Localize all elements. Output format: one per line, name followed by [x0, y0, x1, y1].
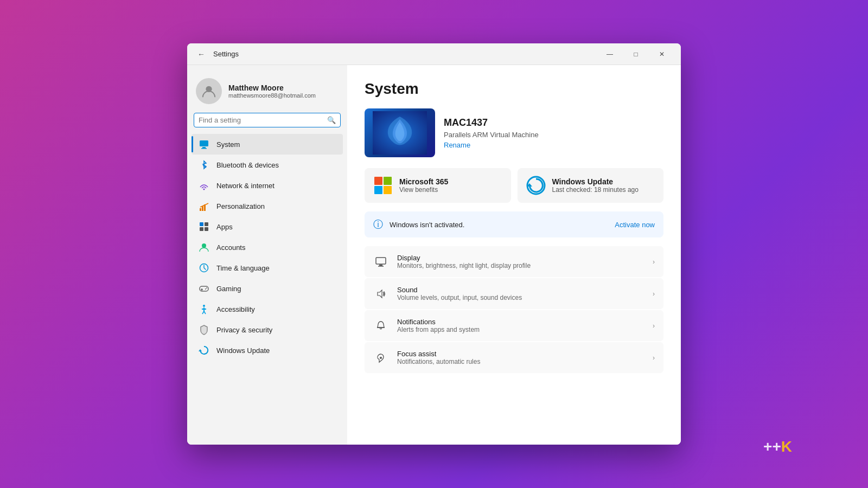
search-input[interactable]	[199, 116, 327, 124]
activate-now-link[interactable]: Activate now	[615, 221, 655, 229]
sidebar-item-bluetooth[interactable]: Bluetooth & devices	[192, 155, 343, 175]
sidebar-item-accounts[interactable]: Accounts	[192, 237, 343, 258]
svg-rect-34	[379, 265, 382, 266]
svg-rect-3	[201, 148, 207, 149]
device-info: MAC1437 Parallels ARM Virtual Machine Re…	[444, 117, 539, 149]
display-chevron: ›	[653, 258, 655, 266]
sidebar-item-time-label: Time & language	[216, 264, 270, 272]
svg-line-23	[202, 311, 204, 314]
search-icon: 🔍	[327, 116, 336, 124]
sidebar-item-privacy[interactable]: Privacy & security	[192, 319, 343, 340]
svg-rect-10	[205, 222, 208, 226]
sidebar-item-accessibility-label: Accessibility	[216, 305, 255, 313]
svg-rect-9	[200, 222, 203, 226]
user-info: Matthew Moore matthewsmoore88@hotmail.co…	[228, 84, 316, 99]
bluetooth-icon	[198, 159, 210, 171]
svg-line-24	[204, 311, 206, 314]
svg-point-19	[206, 287, 207, 288]
winupdate-sidebar-icon	[198, 344, 210, 356]
device-name: MAC1437	[444, 117, 539, 129]
accessibility-icon	[198, 303, 210, 315]
window-controls: — □ ✕	[597, 46, 674, 63]
sound-chevron: ›	[653, 290, 655, 298]
main-content: System	[347, 65, 681, 445]
winupdate-card-icon	[526, 176, 546, 195]
maximize-button[interactable]: □	[623, 46, 648, 63]
svg-point-20	[203, 305, 205, 307]
notifications-content: Notifications Alerts from apps and syste…	[397, 318, 644, 333]
svg-rect-27	[374, 177, 382, 185]
sound-icon	[373, 286, 388, 301]
sidebar-item-system-label: System	[216, 140, 240, 149]
sound-row[interactable]: Sound Volume levels, output, input, soun…	[365, 278, 663, 309]
back-button[interactable]: ←	[194, 47, 209, 62]
notifications-title: Notifications	[397, 318, 644, 326]
ms365-card[interactable]: Microsoft 365 View benefits	[365, 168, 511, 203]
focus-assist-row[interactable]: Focus assist Notifications, automatic ru…	[365, 342, 663, 373]
apps-icon	[198, 221, 210, 233]
focus-assist-icon	[373, 350, 388, 365]
sound-content: Sound Volume levels, output, input, soun…	[397, 286, 644, 301]
accounts-icon	[198, 241, 210, 253]
quick-cards: Microsoft 365 View benefits Window	[365, 168, 663, 203]
settings-list: Display Monitors, brightness, night ligh…	[365, 246, 663, 373]
nav-list: System Bluetooth & devices	[187, 132, 347, 363]
svg-rect-28	[384, 177, 392, 185]
rename-link[interactable]: Rename	[444, 141, 539, 149]
close-button[interactable]: ✕	[649, 46, 674, 63]
winupdate-card-title: Windows Update	[552, 177, 639, 186]
focus-assist-chevron: ›	[653, 354, 655, 362]
sidebar-item-winupdate[interactable]: Windows Update	[192, 340, 343, 361]
winupdate-card[interactable]: Windows Update Last checked: 18 minutes …	[518, 168, 664, 203]
notifications-row[interactable]: Notifications Alerts from apps and syste…	[365, 310, 663, 341]
privacy-icon	[198, 324, 210, 336]
svg-rect-2	[202, 147, 206, 148]
sidebar-item-apps[interactable]: Apps	[192, 216, 343, 237]
winupdate-card-subtitle: Last checked: 18 minutes ago	[552, 186, 639, 194]
svg-rect-12	[205, 227, 208, 231]
minimize-button[interactable]: —	[597, 46, 622, 63]
display-title: Display	[397, 254, 644, 262]
sidebar-item-gaming-label: Gaming	[216, 285, 241, 293]
svg-point-13	[202, 243, 206, 248]
display-icon	[373, 254, 388, 269]
notifications-subtitle: Alerts from apps and system	[397, 326, 644, 333]
display-row[interactable]: Display Monitors, brightness, night ligh…	[365, 246, 663, 277]
svg-point-36	[380, 357, 382, 359]
search-input-wrap[interactable]: 🔍	[194, 113, 341, 127]
sidebar-item-network[interactable]: Network & internet	[192, 175, 343, 196]
sidebar-item-privacy-label: Privacy & security	[216, 326, 272, 334]
ms365-card-text: Microsoft 365 View benefits	[399, 177, 448, 194]
svg-rect-33	[376, 258, 386, 264]
ms365-card-title: Microsoft 365	[399, 177, 448, 186]
sidebar-item-network-label: Network & internet	[216, 182, 275, 190]
ms365-icon	[373, 176, 393, 195]
notifications-chevron: ›	[653, 322, 655, 330]
sidebar-item-gaming[interactable]: Gaming	[192, 278, 343, 299]
sidebar-item-personalization-label: Personalization	[216, 202, 265, 210]
system-icon	[198, 138, 210, 150]
sidebar-item-winupdate-label: Windows Update	[216, 346, 270, 355]
device-card: MAC1437 Parallels ARM Virtual Machine Re…	[365, 108, 663, 157]
svg-rect-29	[374, 186, 382, 194]
focus-assist-subtitle: Notifications, automatic rules	[397, 358, 644, 365]
notifications-icon	[373, 318, 388, 333]
sidebar-item-apps-label: Apps	[216, 223, 233, 231]
sidebar-item-personalization[interactable]: Personalization	[192, 196, 343, 216]
watermark: ++K	[763, 438, 792, 455]
sidebar: Matthew Moore matthewsmoore88@hotmail.co…	[187, 65, 347, 445]
titlebar: ← Settings — □ ✕	[187, 43, 681, 65]
personalization-icon	[198, 200, 210, 212]
sidebar-item-system[interactable]: System	[192, 134, 343, 155]
window-title: Settings	[213, 50, 597, 58]
user-email: matthewsmoore88@hotmail.com	[228, 92, 316, 99]
sidebar-item-accessibility[interactable]: Accessibility	[192, 299, 343, 319]
user-section: Matthew Moore matthewsmoore88@hotmail.co…	[187, 74, 347, 113]
user-name: Matthew Moore	[228, 84, 316, 92]
svg-rect-11	[200, 227, 203, 231]
display-content: Display Monitors, brightness, night ligh…	[397, 254, 644, 269]
sidebar-item-accounts-label: Accounts	[216, 243, 245, 252]
sidebar-item-time[interactable]: Time & language	[192, 258, 343, 278]
activation-text: Windows isn't activated.	[390, 221, 608, 229]
svg-rect-6	[202, 206, 203, 211]
